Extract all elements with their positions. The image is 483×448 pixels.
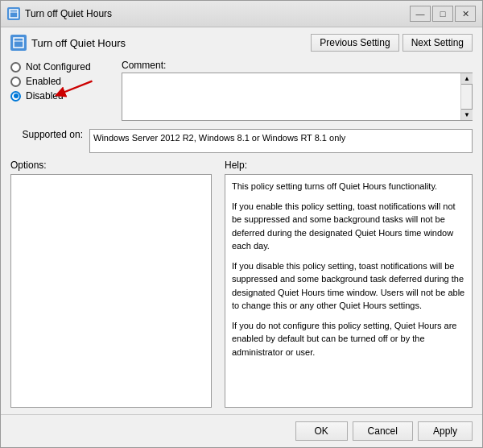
disabled-option[interactable]: Disabled [10,90,115,102]
minimize-button[interactable]: — [410,6,431,22]
disabled-label: Disabled [26,90,64,102]
supported-value: Windows Server 2012 R2, Windows 8.1 or W… [93,133,345,143]
title-bar: Turn off Quiet Hours — □ ✕ [1,1,482,27]
supported-row: Supported on: Windows Server 2012 R2, Wi… [10,129,473,153]
svg-rect-0 [10,10,18,18]
enabled-option[interactable]: Enabled [10,76,115,87]
help-label: Help: [225,160,473,171]
header-icon [10,35,27,51]
help-section: Help: This policy setting turns off Quie… [225,160,473,408]
title-controls: — □ ✕ [410,6,476,22]
help-paragraph-1: This policy setting turns off Quiet Hour… [232,180,465,193]
not-configured-label: Not Configured [26,61,91,73]
ok-button[interactable]: OK [295,421,348,441]
header-left: Turn off Quiet Hours [10,35,126,51]
content-area: Turn off Quiet Hours Previous Setting Ne… [1,27,482,414]
supported-value-container: Windows Server 2012 R2, Windows 8.1 or W… [89,129,473,153]
window-title: Turn off Quiet Hours [25,8,112,19]
radio-group: Not Configured Enabled Disabled [10,60,115,102]
help-paragraph-4: If you do not configure this policy sett… [232,319,465,359]
main-window: Turn off Quiet Hours — □ ✕ Turn off Quie… [0,0,483,448]
supported-label: Supported on: [10,129,83,140]
not-configured-option[interactable]: Not Configured [10,61,115,73]
disabled-radio[interactable] [10,91,21,102]
bottom-bar: OK Cancel Apply [1,414,482,447]
options-label: Options: [10,160,212,171]
maximize-button[interactable]: □ [432,6,453,22]
not-configured-radio[interactable] [10,62,21,73]
supported-value-box: Windows Server 2012 R2, Windows 8.1 or W… [89,129,473,153]
nav-buttons: Previous Setting Next Setting [311,34,473,52]
cancel-button[interactable]: Cancel [353,421,413,441]
comment-label: Comment: [122,60,473,71]
apply-button[interactable]: Apply [418,421,473,441]
enabled-label: Enabled [26,76,61,87]
title-bar-left: Turn off Quiet Hours [7,7,112,20]
next-setting-button[interactable]: Next Setting [402,34,473,52]
svg-rect-2 [14,38,23,48]
help-text-box: This policy setting turns off Quiet Hour… [225,174,473,408]
options-section: Options: [10,160,212,408]
options-box[interactable] [10,174,212,408]
help-paragraph-2: If you enable this policy setting, toast… [232,200,465,253]
comment-box[interactable]: ▲ ▼ [122,73,473,121]
close-button[interactable]: ✕ [455,6,476,22]
previous-setting-button[interactable]: Previous Setting [311,34,398,52]
window-icon [7,7,20,20]
enabled-radio[interactable] [10,77,21,87]
header-row: Turn off Quiet Hours Previous Setting Ne… [10,34,473,52]
help-paragraph-3: If you disable this policy setting, toas… [232,259,465,313]
dialog-title: Turn off Quiet Hours [31,37,126,49]
